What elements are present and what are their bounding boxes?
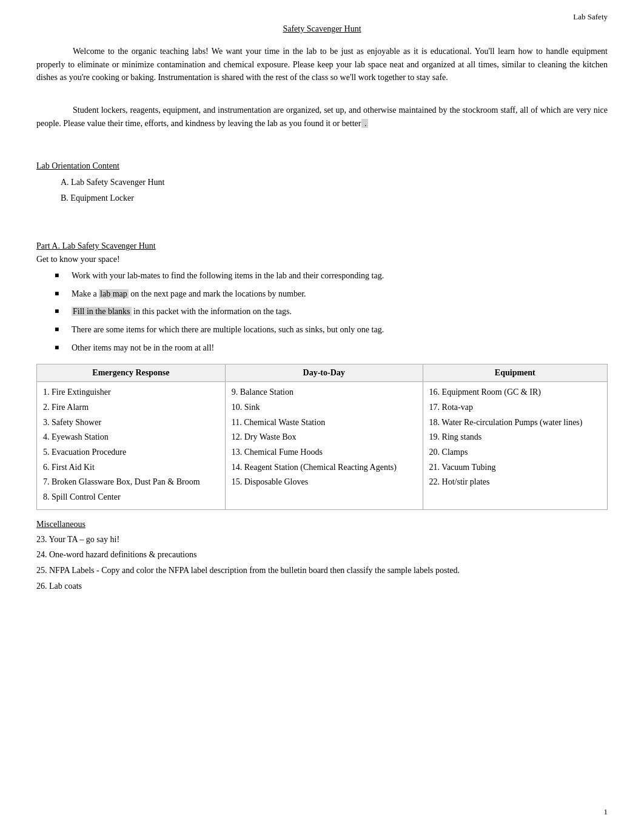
misc-item-26: 26. Lab coats (36, 580, 608, 593)
lab-orientation-item-b: B. Equipment Locker (61, 192, 608, 205)
bullet-item-1: ■ Work with your lab-mates to find the f… (36, 269, 608, 283)
list-item: 2. Fire Alarm (43, 401, 219, 414)
col3-header: Equipment (423, 364, 607, 382)
list-item: 7. Broken Glassware Box, Dust Pan & Broo… (43, 475, 219, 489)
list-item: 17. Rota-vap (429, 401, 601, 414)
col2-list: 9. Balance Station 10. Sink 11. Chemical… (232, 386, 417, 489)
scavenger-hunt-table: Emergency Response Day-to-Day Equipment … (36, 364, 608, 510)
doc-title: Safety Scavenger Hunt (36, 24, 608, 34)
list-item: 13. Chemical Fume Hoods (232, 446, 417, 459)
lab-orientation-heading: Lab Orientation Content (36, 161, 608, 171)
misc-heading: Miscellaneous (36, 520, 608, 529)
bullet-symbol-4: ■ (55, 323, 72, 335)
col3-list: 16. Equipment Room (GC & IR) 17. Rota-va… (429, 386, 601, 489)
list-item: 12. Dry Waste Box (232, 431, 417, 444)
page-number: 1 (604, 807, 608, 817)
list-item: 16. Equipment Room (GC & IR) (429, 386, 601, 399)
bullet-text-3: Fill in the blanks in this packet with t… (72, 305, 608, 318)
list-item: 15. Disposable Gloves (232, 475, 417, 489)
misc-item-23: 23. Your TA – go say hi! (36, 533, 608, 546)
bullet-item-5: ■ Other items may not be in the room at … (36, 341, 608, 355)
list-item: 4. Eyewash Station (43, 431, 219, 444)
list-item: 5. Evacuation Procedure (43, 446, 219, 459)
intro-paragraph-1: Welcome to the organic teaching labs! We… (36, 45, 608, 84)
get-to-know: Get to know your space! (36, 255, 608, 264)
list-item: 20. Clamps (429, 446, 601, 459)
list-item: 22. Hot/stir plates (429, 475, 601, 489)
list-item: 21. Vacuum Tubing (429, 461, 601, 474)
bullet-text-4: There are some items for which there are… (72, 323, 608, 337)
bullet-text-5: Other items may not be in the room at al… (72, 341, 608, 355)
bullet-text-2: Make a lab map on the next page and mark… (72, 287, 608, 301)
lab-orientation-item-a: A. Lab Safety Scavenger Hunt (61, 176, 608, 189)
bullet-item-2: ■ Make a lab map on the next page and ma… (36, 287, 608, 301)
miscellaneous-section: Miscellaneous 23. Your TA – go say hi! 2… (36, 520, 608, 593)
list-item: 9. Balance Station (232, 386, 417, 399)
bullet-symbol-5: ■ (55, 341, 72, 354)
lab-orientation-items: A. Lab Safety Scavenger Hunt B. Equipmen… (36, 176, 608, 204)
col3-body: 16. Equipment Room (GC & IR) 17. Rota-va… (423, 382, 607, 510)
bullet-symbol-2: ■ (55, 287, 72, 300)
bullet-list: ■ Work with your lab-mates to find the f… (36, 269, 608, 354)
col1-body: 1. Fire Extinguisher 2. Fire Alarm 3. Sa… (37, 382, 226, 510)
intro-paragraph-2: Student lockers, reagents, equipment, an… (36, 104, 608, 130)
list-item: 3. Safety Shower (43, 416, 219, 429)
list-item: 14. Reagent Station (Chemical Reacting A… (232, 461, 417, 474)
col1-header: Emergency Response (37, 364, 226, 382)
list-item: 1. Fire Extinguisher (43, 386, 219, 399)
col2-body: 9. Balance Station 10. Sink 11. Chemical… (225, 382, 423, 510)
bullet-item-3: ■ Fill in the blanks in this packet with… (36, 305, 608, 318)
list-item: 19. Ring stands (429, 431, 601, 444)
misc-item-25: 25. NFPA Labels - Copy and color the NFP… (36, 564, 608, 577)
bullet-item-4: ■ There are some items for which there a… (36, 323, 608, 337)
list-item: 10. Sink (232, 401, 417, 414)
col1-list: 1. Fire Extinguisher 2. Fire Alarm 3. Sa… (43, 386, 219, 504)
part-a-heading: Part A. Lab Safety Scavenger Hunt (36, 241, 608, 251)
list-item: 11. Chemical Waste Station (232, 416, 417, 429)
list-item: 8. Spill Control Center (43, 491, 219, 504)
misc-item-24: 24. One-word hazard definitions & precau… (36, 548, 608, 562)
bullet-text-1: Work with your lab-mates to find the fol… (72, 269, 608, 283)
list-item: 6. First Aid Kit (43, 461, 219, 474)
col2-header: Day-to-Day (225, 364, 423, 382)
list-item: 18. Water Re-circulation Pumps (water li… (429, 416, 601, 429)
page-label: Lab Safety (573, 12, 608, 22)
bullet-symbol-3: ■ (55, 305, 72, 317)
bullet-symbol-1: ■ (55, 269, 72, 281)
